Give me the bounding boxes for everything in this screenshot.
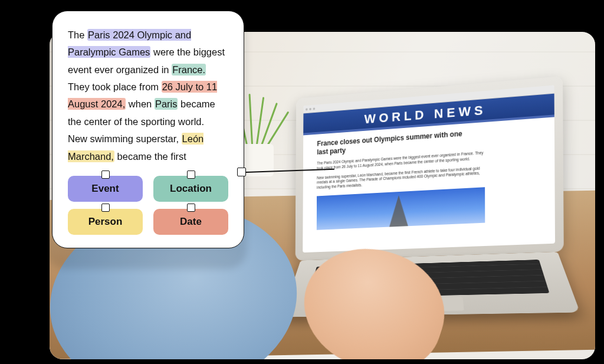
tag-label: Person bbox=[88, 216, 123, 228]
tag-handle[interactable] bbox=[187, 204, 195, 212]
annotated-text[interactable]: The Paris 2024 Olympic and Paralympic Ga… bbox=[68, 27, 228, 165]
laptop-screen: WORLD NEWS France closes out Olympics su… bbox=[303, 85, 555, 252]
tag-date[interactable]: Date bbox=[153, 209, 228, 235]
tag-handle[interactable] bbox=[187, 170, 195, 179]
entity-date[interactable]: 26 July to 11 August 2024, bbox=[68, 81, 217, 110]
laptop-screen-bezel: WORLD NEWS France closes out Olympics su… bbox=[296, 76, 564, 261]
entity-event[interactable]: Paris 2024 Olympic and Paralympic Games bbox=[68, 29, 191, 58]
entity-loc[interactable]: Paris bbox=[155, 98, 178, 110]
entity-loc[interactable]: France. bbox=[172, 64, 206, 76]
tag-person[interactable]: Person bbox=[68, 209, 143, 235]
news-article: France closes out Olympics summer with o… bbox=[303, 117, 555, 252]
tag-location[interactable]: Location bbox=[153, 176, 228, 202]
tag-label: Location bbox=[170, 183, 212, 195]
tag-handle[interactable] bbox=[101, 170, 110, 179]
entity-tag-grid: Event Location Person Date bbox=[68, 176, 228, 235]
tag-handle[interactable] bbox=[101, 204, 110, 212]
annotation-card: The Paris 2024 Olympic and Paralympic Ga… bbox=[52, 11, 244, 248]
callout-anchor-handle[interactable] bbox=[237, 168, 246, 176]
eiffel-tower-icon bbox=[389, 195, 409, 229]
tag-label: Date bbox=[180, 216, 202, 228]
tag-label: Event bbox=[91, 183, 119, 195]
news-hero-image bbox=[317, 187, 485, 230]
tag-event[interactable]: Event bbox=[68, 176, 143, 202]
entity-person[interactable]: León Marchand, bbox=[68, 133, 203, 162]
